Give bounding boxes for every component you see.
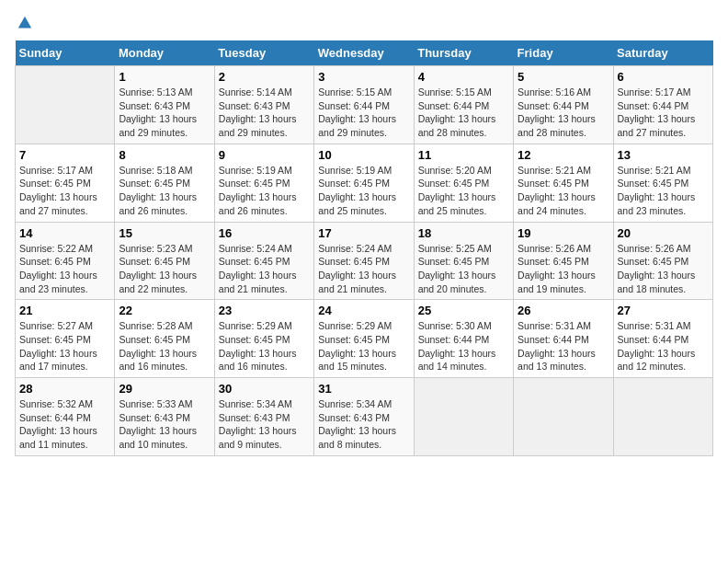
logo-icon [17, 15, 33, 31]
day-number: 22 [119, 304, 210, 317]
day-info: Sunrise: 5:21 AMSunset: 6:45 PMDaylight:… [618, 164, 709, 218]
day-info: Sunrise: 5:29 AMSunset: 6:45 PMDaylight:… [219, 319, 310, 373]
day-cell: 19Sunrise: 5:26 AMSunset: 6:45 PMDayligh… [514, 222, 613, 300]
day-number: 16 [219, 226, 310, 240]
column-header-thursday: Thursday [414, 40, 513, 66]
day-number: 13 [618, 148, 709, 162]
day-info: Sunrise: 5:15 AMSunset: 6:44 PMDaylight:… [418, 86, 509, 140]
day-cell: 14Sunrise: 5:22 AMSunset: 6:45 PMDayligh… [16, 222, 115, 300]
day-cell [613, 378, 712, 456]
day-cell: 23Sunrise: 5:29 AMSunset: 6:45 PMDayligh… [214, 300, 313, 378]
day-info: Sunrise: 5:24 AMSunset: 6:45 PMDaylight:… [318, 242, 409, 296]
day-info: Sunrise: 5:15 AMSunset: 6:44 PMDaylight:… [318, 86, 409, 140]
day-cell: 24Sunrise: 5:29 AMSunset: 6:45 PMDayligh… [314, 300, 414, 378]
day-cell: 10Sunrise: 5:19 AMSunset: 6:45 PMDayligh… [314, 144, 414, 222]
day-number: 11 [418, 148, 509, 162]
day-cell: 18Sunrise: 5:25 AMSunset: 6:45 PMDayligh… [414, 222, 513, 300]
page-header [15, 15, 713, 31]
day-info: Sunrise: 5:21 AMSunset: 6:45 PMDaylight:… [518, 164, 609, 218]
day-number: 10 [318, 148, 409, 162]
day-cell: 7Sunrise: 5:17 AMSunset: 6:45 PMDaylight… [16, 144, 115, 222]
day-cell: 30Sunrise: 5:34 AMSunset: 6:43 PMDayligh… [214, 378, 313, 456]
day-info: Sunrise: 5:22 AMSunset: 6:45 PMDaylight:… [19, 242, 110, 296]
day-number: 7 [19, 148, 110, 162]
day-number: 29 [119, 382, 210, 396]
day-info: Sunrise: 5:28 AMSunset: 6:45 PMDaylight:… [119, 319, 210, 373]
day-number: 2 [219, 70, 310, 84]
day-info: Sunrise: 5:32 AMSunset: 6:44 PMDaylight:… [19, 397, 110, 452]
day-number: 25 [418, 304, 509, 317]
day-cell: 22Sunrise: 5:28 AMSunset: 6:45 PMDayligh… [115, 300, 214, 378]
day-number: 4 [418, 70, 509, 84]
day-info: Sunrise: 5:25 AMSunset: 6:45 PMDaylight:… [418, 242, 509, 296]
day-cell: 29Sunrise: 5:33 AMSunset: 6:43 PMDayligh… [115, 378, 214, 456]
day-cell: 27Sunrise: 5:31 AMSunset: 6:44 PMDayligh… [613, 300, 712, 378]
day-info: Sunrise: 5:26 AMSunset: 6:45 PMDaylight:… [618, 242, 709, 296]
day-number: 20 [618, 226, 709, 240]
day-number: 31 [318, 382, 409, 396]
day-info: Sunrise: 5:24 AMSunset: 6:45 PMDaylight:… [219, 242, 310, 296]
day-cell: 16Sunrise: 5:24 AMSunset: 6:45 PMDayligh… [214, 222, 313, 300]
day-number: 9 [219, 148, 310, 162]
day-number: 3 [318, 70, 409, 84]
day-info: Sunrise: 5:23 AMSunset: 6:45 PMDaylight:… [119, 242, 210, 296]
day-info: Sunrise: 5:18 AMSunset: 6:45 PMDaylight:… [119, 164, 210, 218]
day-info: Sunrise: 5:17 AMSunset: 6:45 PMDaylight:… [19, 164, 110, 218]
column-header-sunday: Sunday [16, 40, 115, 66]
week-row-2: 7Sunrise: 5:17 AMSunset: 6:45 PMDaylight… [16, 144, 713, 222]
day-cell: 2Sunrise: 5:14 AMSunset: 6:43 PMDaylight… [214, 66, 313, 144]
day-info: Sunrise: 5:19 AMSunset: 6:45 PMDaylight:… [318, 164, 409, 218]
day-cell: 6Sunrise: 5:17 AMSunset: 6:44 PMDaylight… [613, 66, 712, 144]
day-info: Sunrise: 5:19 AMSunset: 6:45 PMDaylight:… [219, 164, 310, 218]
day-cell: 17Sunrise: 5:24 AMSunset: 6:45 PMDayligh… [314, 222, 414, 300]
day-number: 6 [618, 70, 709, 84]
column-header-monday: Monday [115, 40, 214, 66]
column-header-tuesday: Tuesday [214, 40, 313, 66]
day-info: Sunrise: 5:13 AMSunset: 6:43 PMDaylight:… [119, 86, 210, 140]
calendar-table: SundayMondayTuesdayWednesdayThursdayFrid… [15, 40, 713, 456]
day-number: 8 [119, 148, 210, 162]
day-number: 26 [518, 304, 609, 317]
svg-marker-0 [18, 17, 31, 29]
calendar-header: SundayMondayTuesdayWednesdayThursdayFrid… [16, 40, 713, 66]
day-number: 27 [618, 304, 709, 317]
column-header-friday: Friday [514, 40, 613, 66]
day-cell: 4Sunrise: 5:15 AMSunset: 6:44 PMDaylight… [414, 66, 513, 144]
day-cell: 12Sunrise: 5:21 AMSunset: 6:45 PMDayligh… [514, 144, 613, 222]
week-row-3: 14Sunrise: 5:22 AMSunset: 6:45 PMDayligh… [16, 222, 713, 300]
day-cell [16, 66, 115, 144]
day-number: 30 [219, 382, 310, 396]
day-cell: 15Sunrise: 5:23 AMSunset: 6:45 PMDayligh… [115, 222, 214, 300]
day-cell [414, 378, 513, 456]
column-header-saturday: Saturday [613, 40, 712, 66]
week-row-1: 1Sunrise: 5:13 AMSunset: 6:43 PMDaylight… [16, 66, 713, 144]
day-info: Sunrise: 5:27 AMSunset: 6:45 PMDaylight:… [19, 319, 110, 373]
day-number: 15 [119, 226, 210, 240]
day-info: Sunrise: 5:30 AMSunset: 6:44 PMDaylight:… [418, 319, 509, 373]
day-info: Sunrise: 5:31 AMSunset: 6:44 PMDaylight:… [518, 319, 609, 373]
column-header-wednesday: Wednesday [314, 40, 414, 66]
day-number: 28 [19, 382, 110, 396]
week-row-4: 21Sunrise: 5:27 AMSunset: 6:45 PMDayligh… [16, 300, 713, 378]
day-number: 21 [19, 304, 110, 317]
day-cell: 3Sunrise: 5:15 AMSunset: 6:44 PMDaylight… [314, 66, 414, 144]
day-info: Sunrise: 5:26 AMSunset: 6:45 PMDaylight:… [518, 242, 609, 296]
day-cell: 13Sunrise: 5:21 AMSunset: 6:45 PMDayligh… [613, 144, 712, 222]
day-cell: 25Sunrise: 5:30 AMSunset: 6:44 PMDayligh… [414, 300, 513, 378]
day-info: Sunrise: 5:29 AMSunset: 6:45 PMDaylight:… [318, 319, 409, 373]
day-info: Sunrise: 5:34 AMSunset: 6:43 PMDaylight:… [318, 397, 409, 452]
day-cell: 21Sunrise: 5:27 AMSunset: 6:45 PMDayligh… [16, 300, 115, 378]
day-number: 19 [518, 226, 609, 240]
day-number: 18 [418, 226, 509, 240]
day-number: 1 [119, 70, 210, 84]
logo [15, 15, 37, 31]
day-cell: 31Sunrise: 5:34 AMSunset: 6:43 PMDayligh… [314, 378, 414, 456]
day-info: Sunrise: 5:14 AMSunset: 6:43 PMDaylight:… [219, 86, 310, 140]
day-info: Sunrise: 5:17 AMSunset: 6:44 PMDaylight:… [618, 86, 709, 140]
day-info: Sunrise: 5:31 AMSunset: 6:44 PMDaylight:… [618, 319, 709, 373]
day-cell: 8Sunrise: 5:18 AMSunset: 6:45 PMDaylight… [115, 144, 214, 222]
day-info: Sunrise: 5:34 AMSunset: 6:43 PMDaylight:… [219, 397, 310, 452]
day-number: 12 [518, 148, 609, 162]
day-info: Sunrise: 5:16 AMSunset: 6:44 PMDaylight:… [518, 86, 609, 140]
day-number: 17 [318, 226, 409, 240]
